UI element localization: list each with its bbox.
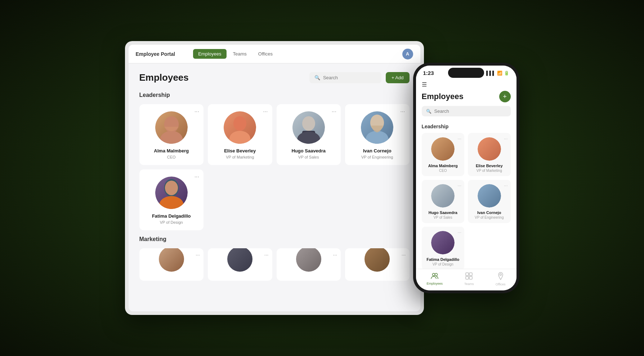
phone-search-bar[interactable]: 🔍 <box>422 106 511 116</box>
phone-title-row: Employees + <box>422 91 511 102</box>
svg-point-2 <box>233 116 246 131</box>
avatar <box>361 111 393 144</box>
phone-leadership-grid-2: ··· Fatima Delgadillo VP of Design <box>422 227 511 269</box>
avatar-image <box>361 111 393 144</box>
tab-teams[interactable]: Teams <box>228 49 252 59</box>
avatar <box>431 137 455 161</box>
battery-icon: 🔋 <box>504 71 509 76</box>
signal-icon: ▌▌▌ <box>486 71 496 76</box>
avatar <box>227 248 252 272</box>
avatar <box>296 248 321 272</box>
avatar-image <box>292 111 325 144</box>
table-row: ··· Fatima Delgadillo VP of Design <box>139 169 204 230</box>
more-options-icon[interactable]: ··· <box>504 136 508 141</box>
more-options-icon[interactable]: ··· <box>194 108 199 115</box>
more-options-icon[interactable]: ··· <box>194 174 199 180</box>
employee-name: Alma Malmberg <box>145 148 198 153</box>
more-options-icon[interactable]: ··· <box>332 108 336 115</box>
more-options-icon[interactable]: ··· <box>457 183 461 188</box>
employee-job-title: VP of Sales <box>282 155 335 159</box>
more-options-icon[interactable]: ··· <box>402 252 406 258</box>
phone-leadership-grid: ··· Alma Malmberg CEO ··· <box>422 133 511 223</box>
phone-scroll-area[interactable]: Leadership ··· Alma Malmberg CEO <box>416 122 516 269</box>
more-options-icon[interactable]: ··· <box>333 252 337 258</box>
svg-point-4 <box>302 116 315 131</box>
employee-name: Hugo Saavedra <box>282 148 335 153</box>
page-header: Employees 🔍 + Add <box>139 72 410 83</box>
employee-job-title: VP of Marketing <box>214 155 267 159</box>
more-options-icon[interactable]: ··· <box>457 136 461 141</box>
offices-nav-icon <box>498 272 504 282</box>
employee-job-title: CEO <box>145 155 198 159</box>
table-row: ··· <box>208 248 272 281</box>
wifi-icon: 📶 <box>497 71 502 76</box>
avatar <box>365 248 390 272</box>
search-input[interactable] <box>323 75 376 80</box>
svg-point-18 <box>500 274 501 276</box>
table-row: ··· Ivan Cornejo VP of Engineering <box>345 104 410 165</box>
tablet-navbar: Employee Portal Employees Teams Offices … <box>129 45 420 63</box>
more-options-icon[interactable]: ··· <box>263 108 268 115</box>
avatar <box>478 184 501 208</box>
svg-point-11 <box>165 181 178 195</box>
avatar <box>431 231 455 254</box>
nav-item-offices[interactable]: Offices <box>496 272 506 286</box>
table-row: ··· <box>345 248 410 281</box>
more-options-icon[interactable]: ··· <box>504 183 508 188</box>
svg-point-6 <box>297 132 320 144</box>
more-options-icon[interactable]: ··· <box>400 108 405 115</box>
tablet-device: Employee Portal Employees Teams Offices … <box>125 41 424 315</box>
marketing-grid: ··· ··· ··· ··· <box>139 248 410 281</box>
tablet-content: Employees 🔍 + Add Leadership ··· <box>129 63 420 311</box>
employee-name: Alma Malmberg <box>425 164 461 168</box>
search-icon: 🔍 <box>314 75 320 80</box>
nav-item-employees[interactable]: Employees <box>427 273 443 285</box>
nav-label-offices: Offices <box>496 282 506 286</box>
scene: Employee Portal Employees Teams Offices … <box>125 41 519 315</box>
section-title-leadership: Leadership <box>422 124 511 129</box>
list-item: ··· Hugo Saavedra VP of Sales <box>422 180 465 223</box>
tab-offices[interactable]: Offices <box>253 49 278 59</box>
more-options-icon[interactable]: ··· <box>264 252 269 258</box>
search-input[interactable] <box>434 108 506 114</box>
search-icon: 🔍 <box>426 109 431 114</box>
svg-point-3 <box>229 131 251 144</box>
nav-label-teams: Teams <box>464 282 474 286</box>
svg-point-13 <box>435 273 437 276</box>
hamburger-icon[interactable]: ☰ <box>422 81 511 88</box>
page-title: Employees <box>422 92 464 101</box>
table-row: ··· Hugo Saavedra VP of Sales <box>277 104 341 165</box>
add-button[interactable]: + <box>499 91 511 102</box>
avatar-image <box>224 111 256 144</box>
employee-job-title: VP of Sales <box>425 215 461 219</box>
avatar <box>159 248 184 272</box>
employee-job-title: VP of Engineering <box>471 215 507 219</box>
avatar-image <box>431 184 455 208</box>
list-item: ··· Elise Beverley VP of Marketing <box>468 133 511 176</box>
phone-content: ☰ Employees + 🔍 Leadership <box>416 78 516 290</box>
avatar-image <box>155 177 188 209</box>
tab-employees[interactable]: Employees <box>193 49 226 59</box>
avatar <box>478 137 501 161</box>
avatar <box>155 177 188 209</box>
phone-time: 1:23 <box>423 70 434 76</box>
section-title-marketing: Marketing <box>139 236 410 242</box>
section-title-leadership: Leadership <box>139 92 410 98</box>
phone-device: 1:23 ▌▌▌ 📶 🔋 ☰ Employees + 🔍 <box>413 63 519 293</box>
list-item: ··· Alma Malmberg CEO <box>422 133 465 176</box>
add-button[interactable]: + Add <box>386 72 410 83</box>
more-options-icon[interactable]: ··· <box>196 252 200 258</box>
list-item: ··· Fatima Delgadillo VP of Design <box>422 227 465 269</box>
svg-point-12 <box>432 273 435 276</box>
employee-job-title: VP of Marketing <box>471 169 507 173</box>
svg-point-8 <box>366 131 389 144</box>
search-bar[interactable]: 🔍 <box>309 72 381 83</box>
leadership-grid-2: ··· Fatima Delgadillo VP of Design <box>139 169 410 230</box>
phone-status-icons: ▌▌▌ 📶 🔋 <box>486 71 509 76</box>
nav-item-teams[interactable]: Teams <box>464 272 474 286</box>
svg-rect-14 <box>466 273 469 276</box>
employee-job-title: VP of Engineering <box>351 155 404 159</box>
page-title: Employees <box>139 72 309 83</box>
employee-name: Fatima Delgadillo <box>425 257 461 262</box>
more-options-icon[interactable]: ··· <box>457 230 461 235</box>
